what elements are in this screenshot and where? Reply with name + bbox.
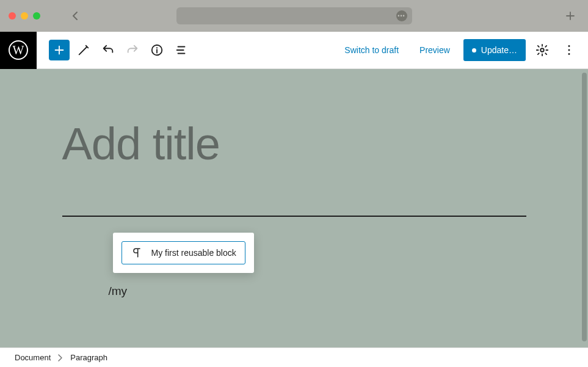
status-dot-icon — [472, 48, 476, 53]
svg-point-1 — [156, 47, 158, 48]
add-block-button[interactable] — [49, 40, 70, 60]
title-input[interactable]: Add title — [62, 122, 526, 167]
paragraph-input[interactable]: /my — [109, 285, 128, 298]
editor-canvas[interactable]: Add title My first reusable block /my — [0, 69, 588, 347]
paragraph-icon — [131, 247, 143, 259]
svg-point-4 — [568, 49, 570, 51]
svg-point-5 — [568, 53, 570, 55]
breadcrumb-current[interactable]: Paragraph — [70, 353, 107, 362]
toolbar-right-group: Switch to draft Preview Update… — [337, 39, 579, 61]
window-controls — [9, 12, 40, 20]
breadcrumb-root[interactable]: Document — [15, 353, 51, 362]
block-autocomplete-popover: My first reusable block — [113, 233, 254, 273]
update-button[interactable]: Update… — [463, 39, 526, 61]
undo-button[interactable] — [98, 40, 118, 60]
new-tab-button[interactable] — [565, 10, 576, 21]
address-bar[interactable]: ••• — [176, 7, 412, 24]
details-button[interactable] — [147, 40, 167, 60]
breadcrumb-arrow-icon — [57, 354, 64, 362]
block-suggestion-item[interactable]: My first reusable block — [122, 241, 245, 264]
wordpress-logo[interactable]: W — [0, 32, 37, 69]
svg-point-3 — [568, 45, 570, 47]
preview-button[interactable]: Preview — [412, 40, 457, 60]
tools-button[interactable] — [73, 40, 94, 60]
outline-button[interactable] — [171, 40, 192, 60]
more-options-button[interactable] — [559, 40, 579, 60]
minimize-window-button[interactable] — [21, 12, 28, 20]
separator — [62, 216, 526, 217]
mac-titlebar: ••• — [0, 0, 588, 32]
redo-button[interactable] — [122, 40, 143, 60]
editor-toolbar: W Switch to draft Preview Update… — [0, 32, 588, 69]
scrollbar[interactable] — [582, 73, 587, 341]
toolbar-left-group — [49, 40, 192, 60]
block-suggestion-label: My first reusable block — [151, 248, 236, 258]
update-button-label: Update… — [481, 45, 517, 55]
close-window-button[interactable] — [9, 12, 16, 20]
settings-button[interactable] — [532, 40, 553, 60]
maximize-window-button[interactable] — [33, 12, 40, 20]
browser-back-button[interactable] — [71, 11, 81, 21]
breadcrumb: Document Paragraph — [0, 347, 588, 367]
svg-point-2 — [540, 48, 544, 52]
address-menu-icon[interactable]: ••• — [396, 10, 407, 21]
switch-to-draft-button[interactable]: Switch to draft — [337, 40, 406, 60]
canvas-inner: Add title My first reusable block /my — [62, 69, 526, 217]
wordpress-logo-icon: W — [9, 40, 28, 60]
